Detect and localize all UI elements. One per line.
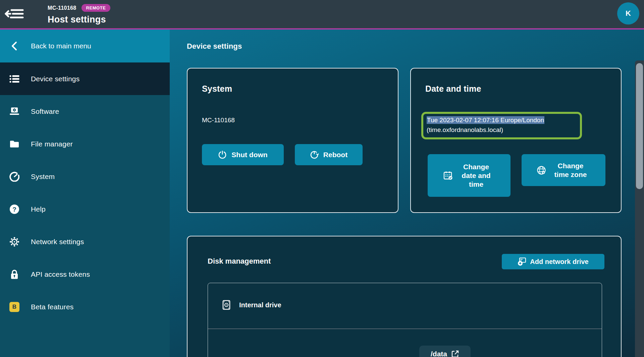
data-path-label: /data	[431, 350, 447, 357]
device-settings-icon	[9, 75, 19, 83]
sidebar-item-label: Device settings	[31, 75, 79, 83]
chevron-left-icon	[10, 41, 19, 51]
sidebar-item-label: Software	[31, 107, 59, 116]
change-time-zone-button[interactable]: Change time zone	[522, 154, 605, 186]
sidebar-item-label: System	[31, 173, 55, 181]
disk-management-title: Disk management	[208, 257, 271, 266]
reboot-label: Reboot	[323, 151, 347, 159]
reboot-icon	[310, 150, 319, 159]
beta-icon: B	[9, 302, 19, 312]
current-datetime-value: Tue 2023-02-07 12:07:16 Europe/London	[427, 115, 577, 125]
power-icon	[218, 150, 227, 159]
sidebar-item-system[interactable]: System	[0, 160, 170, 193]
sidebar: Back to main menu Device settings	[0, 30, 170, 357]
data-path-link[interactable]: /data	[419, 346, 471, 357]
internal-drive-icon	[222, 300, 230, 310]
sidebar-item-help[interactable]: ? Help	[0, 193, 170, 225]
main-content: Device settings System MC-110168 Shut do…	[170, 30, 644, 357]
sidebar-item-beta-features[interactable]: B Beta features	[0, 291, 170, 323]
user-avatar[interactable]: K	[617, 2, 639, 25]
folder-icon	[9, 140, 19, 148]
gauge-icon	[9, 172, 19, 182]
sidebar-item-file-manager[interactable]: File manager	[0, 128, 170, 160]
sidebar-item-api-access-tokens[interactable]: API access tokens	[0, 258, 170, 291]
sidebar-item-label: Network settings	[31, 238, 84, 246]
change-date-time-label: Change date and time	[458, 163, 495, 189]
system-card-title: System	[202, 84, 232, 94]
app-header: MC-110168 REMOTE Host settings K	[0, 0, 644, 28]
help-icon: ?	[9, 204, 19, 214]
remote-badge: REMOTE	[82, 4, 110, 12]
sidebar-item-label: Beta features	[31, 303, 74, 311]
section-heading: Device settings	[187, 42, 242, 51]
svg-text:?: ?	[12, 206, 16, 213]
selected-datetime-text: Tue 2023-02-07 12:07:16 Europe/London	[427, 116, 544, 124]
disk-management-card: Disk management Add network drive	[187, 236, 622, 357]
sidebar-item-network-settings[interactable]: Network settings	[0, 225, 170, 258]
change-time-zone-label: Change time zone	[551, 162, 590, 179]
current-datetime-display: Tue 2023-02-07 12:07:16 Europe/London (t…	[421, 112, 582, 139]
system-card: System MC-110168 Shut down Rebo	[187, 68, 398, 213]
sidebar-item-label: Help	[31, 205, 46, 213]
system-device-name: MC-110168	[202, 117, 235, 124]
vertical-scrollbar-thumb[interactable]	[636, 63, 643, 189]
globe-icon	[537, 166, 546, 175]
lock-icon	[10, 269, 19, 279]
page-title: Host settings	[48, 14, 110, 25]
avatar-initial: K	[626, 9, 631, 18]
external-link-icon	[451, 350, 459, 357]
header-accent-divider	[0, 28, 644, 30]
calendar-check-icon	[443, 171, 453, 180]
device-id: MC-110168	[48, 5, 76, 11]
add-drive-icon	[518, 257, 526, 266]
sidebar-item-software[interactable]: Software	[0, 95, 170, 128]
shut-down-button[interactable]: Shut down	[202, 144, 284, 165]
shut-down-label: Shut down	[231, 151, 267, 159]
sidebar-item-label: File manager	[31, 140, 73, 148]
sidebar-item-device-settings[interactable]: Device settings	[0, 62, 170, 95]
network-gear-icon	[9, 237, 19, 247]
back-label: Back to main menu	[31, 42, 91, 50]
drive-panel-divider	[208, 328, 602, 329]
collapse-menu-button[interactable]	[4, 7, 24, 20]
software-icon	[9, 107, 20, 116]
datetime-card: Date and time Tue 2023-02-07 12:07:16 Eu…	[410, 68, 622, 213]
back-to-main-menu[interactable]: Back to main menu	[0, 30, 170, 62]
host-settings-screen: MC-110168 REMOTE Host settings K Back to…	[0, 0, 644, 357]
time-server: (time.oxfordnanolabs.local)	[427, 125, 577, 135]
vertical-scrollbar-track[interactable]	[635, 60, 644, 357]
internal-drive-panel: Internal drive /data	[208, 283, 602, 357]
internal-drive-label: Internal drive	[239, 301, 281, 309]
add-network-drive-label: Add network drive	[530, 258, 588, 266]
menu-collapse-icon	[4, 8, 24, 19]
sidebar-item-label: API access tokens	[31, 270, 90, 278]
change-date-time-button[interactable]: Change date and time	[428, 154, 511, 197]
add-network-drive-button[interactable]: Add network drive	[502, 254, 604, 269]
internal-drive-row: Internal drive	[222, 300, 281, 310]
reboot-button[interactable]: Reboot	[295, 144, 363, 165]
datetime-card-title: Date and time	[425, 84, 481, 94]
